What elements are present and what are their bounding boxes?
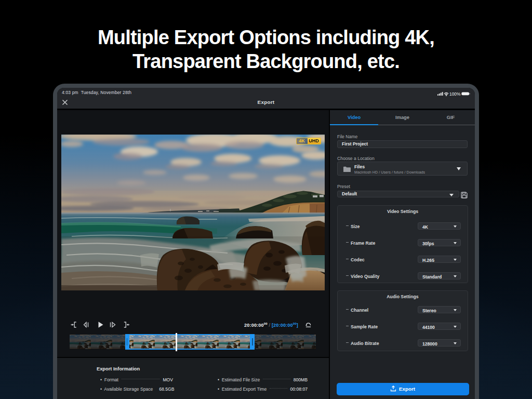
svg-text:100%: 100% (449, 91, 461, 97)
